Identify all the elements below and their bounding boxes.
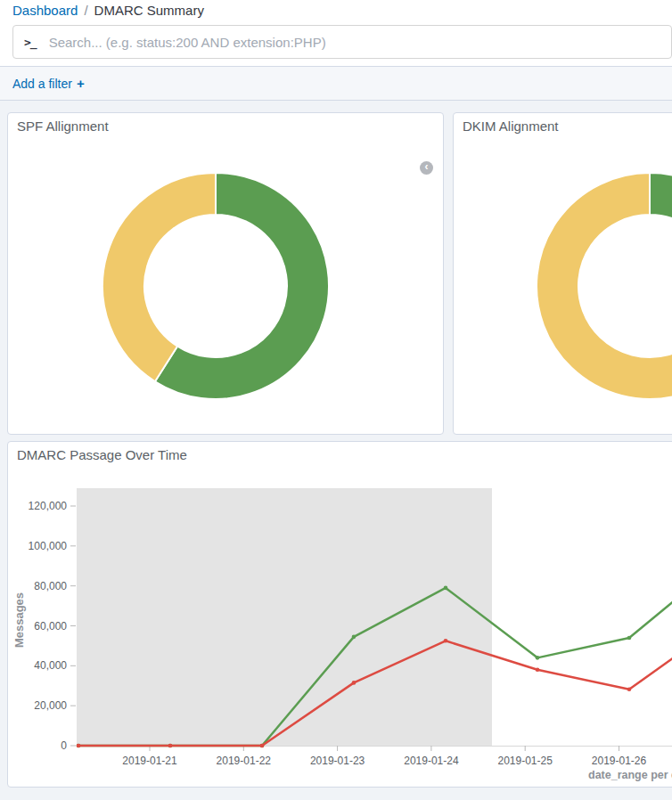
filter-bar: Add a filter+: [0, 66, 672, 101]
x-tick-label: 2019-01-25: [498, 755, 553, 767]
search-bar: >_: [12, 25, 672, 59]
y-tick-label: 120,000: [29, 500, 68, 512]
series-point-green[interactable]: [536, 656, 540, 660]
panel-spf-alignment: SPF Allignment ‹: [7, 112, 444, 435]
breadcrumb-current-page: DMARC Summary: [94, 3, 204, 18]
legend-collapse-button[interactable]: ‹: [420, 161, 433, 175]
dkim-donut-slice-green[interactable]: [650, 173, 672, 224]
y-tick-label: 0: [61, 739, 67, 752]
x-tick-label: 2019-01-22: [217, 755, 272, 767]
x-tick-label: 2019-01-26: [592, 755, 647, 767]
search-input[interactable]: [49, 35, 660, 50]
series-point-red[interactable]: [536, 668, 540, 673]
breadcrumb: Dashboard/DMARC Summary: [12, 3, 204, 18]
x-tick-label: 2019-01-24: [404, 755, 459, 767]
x-axis-title: date_range per day: [588, 769, 672, 781]
panel-dmarc-passage: 020,00040,00060,00080,000100,000120,0002…: [7, 441, 672, 788]
y-tick-label: 40,000: [34, 659, 67, 672]
panel-title-spf: SPF Allignment: [17, 118, 109, 134]
series-point-red[interactable]: [444, 639, 448, 643]
y-tick-label: 60,000: [34, 620, 67, 633]
y-tick-label: 100,000: [29, 540, 68, 552]
plus-icon[interactable]: +: [77, 76, 85, 91]
series-point-red[interactable]: [352, 681, 356, 685]
chevron-left-icon: ‹: [425, 160, 429, 173]
panel-title-dmarc: DMARC Passage Over Time: [17, 447, 187, 462]
console-prompt-icon: >_: [24, 36, 37, 49]
series-point-green[interactable]: [352, 635, 356, 640]
spf-donut-chart[interactable]: [8, 113, 443, 434]
y-tick-label: 20,000: [34, 699, 67, 712]
series-point-red[interactable]: [77, 744, 81, 748]
breadcrumb-dashboard-link[interactable]: Dashboard: [12, 3, 78, 18]
series-point-red[interactable]: [168, 744, 173, 748]
panel-title-dkim: DKIM Alignment: [463, 118, 559, 134]
time-selection-overlay: [77, 488, 492, 746]
add-filter-link[interactable]: Add a filter+: [12, 76, 85, 91]
series-point-red[interactable]: [260, 744, 265, 748]
x-tick-label: 2019-01-21: [122, 755, 177, 767]
breadcrumb-separator: /: [84, 3, 87, 18]
spf-donut-slice-yellow[interactable]: [102, 173, 216, 381]
dashboard-page: Dashboard/DMARC Summary >_ Add a filter+…: [0, 0, 672, 800]
x-tick-label: 2019-01-23: [310, 755, 365, 767]
series-point-red[interactable]: [627, 687, 632, 691]
dmarc-line-chart[interactable]: 020,00040,00060,00080,000100,000120,0002…: [8, 442, 672, 787]
series-point-green[interactable]: [444, 586, 448, 591]
add-filter-label[interactable]: Add a filter: [12, 77, 72, 91]
panel-dkim-alignment: DKIM Alignment: [453, 112, 672, 435]
dkim-donut-chart[interactable]: [454, 113, 672, 434]
series-point-green[interactable]: [627, 636, 632, 641]
y-axis-title: Messages: [12, 592, 26, 648]
y-tick-label: 80,000: [34, 580, 67, 592]
